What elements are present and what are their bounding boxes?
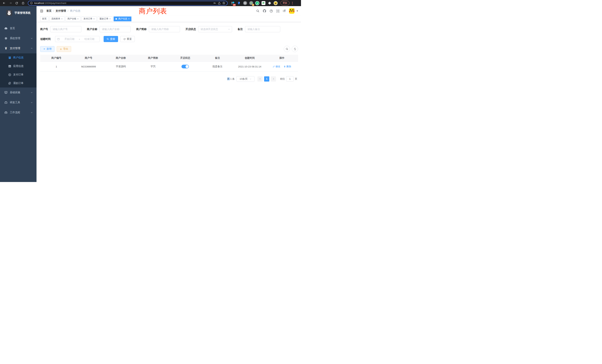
browser-update-button[interactable]: 更新 — [280, 1, 290, 5]
pagination-total: 共 1 条 — [227, 77, 235, 81]
command-extension-icon[interactable]: ⌘ — [243, 1, 247, 5]
tab-merchant-info[interactable]: 商户信息× — [114, 17, 131, 21]
yuque-extension-icon[interactable]: y — [255, 1, 259, 5]
close-icon[interactable]: × — [93, 18, 95, 20]
breadcrumb: 首页 / 支付管理 / 商户信息 — [46, 9, 80, 13]
avatar-caret-icon[interactable] — [297, 11, 298, 11]
password-key-icon[interactable] — [213, 1, 216, 5]
sidebar-item-merchant-info[interactable]: 商户信息 — [0, 53, 36, 62]
page-size-select[interactable]: 10条/页 — [236, 76, 255, 82]
document-copy-icon — [8, 82, 11, 85]
date-end-placeholder: 结束日期 — [81, 37, 97, 41]
sidebar-item-devtools[interactable]: 研发工具 — [0, 97, 36, 107]
extensions-puzzle-icon[interactable] — [267, 1, 272, 5]
header-search-icon[interactable] — [256, 9, 259, 13]
browser-home-button[interactable] — [20, 0, 26, 6]
page-info-icon[interactable] — [30, 2, 33, 4]
next-page-button[interactable] — [271, 76, 276, 82]
merchant-no-input[interactable] — [50, 26, 81, 32]
user-avatar[interactable] — [289, 8, 294, 14]
chat-extension-icon[interactable] — [261, 1, 266, 5]
chevron-left-icon — [259, 78, 261, 80]
url-text[interactable]: localhost:1024/pay/merchant — [34, 2, 212, 4]
fullscreen-icon[interactable] — [276, 9, 280, 13]
sidebar-fold-icon[interactable] — [40, 9, 43, 13]
search-button[interactable]: 搜索 — [104, 36, 118, 42]
close-icon[interactable]: × — [77, 18, 79, 20]
sidebar-item-pay[interactable]: ¥ 支付管理 — [0, 43, 36, 53]
merchant-table: 商户编号 商户号 商户全称 商户简称 开启状态 备注 创建时间 操作 1 M23… — [40, 55, 298, 72]
app-logo-row[interactable]: 芋道管理系统 — [0, 6, 36, 19]
export-button[interactable]: 导出 — [57, 46, 71, 52]
table-grid-icon — [8, 65, 11, 68]
browser-toolbar: localhost:1024/pay/merchant 10 ⌘ 1 y — [0, 0, 301, 6]
profile-emoji-icon[interactable] — [273, 1, 278, 5]
shop-icon — [8, 56, 11, 59]
add-button[interactable]: 新增 — [40, 46, 54, 52]
tab-refund-order[interactable]: 退款订单× — [98, 17, 113, 21]
col-short-name: 商户简称 — [137, 55, 169, 62]
sidebar-item-app-info[interactable]: 应用信息 — [0, 62, 36, 70]
tab-home[interactable]: 首页 — [40, 17, 48, 21]
reset-button[interactable]: 重置 — [120, 36, 135, 42]
tab-pay-order[interactable]: 支付订单× — [82, 17, 97, 21]
refresh-table-button[interactable] — [292, 46, 298, 52]
yen-icon: ¥ — [4, 46, 8, 50]
remark-input[interactable] — [245, 26, 280, 32]
prev-page-button[interactable] — [258, 76, 263, 82]
status-select[interactable]: 请选择开启状态 — [198, 26, 232, 32]
cell-short-name: 芋艿 — [137, 62, 169, 72]
browser-reload-button[interactable] — [14, 0, 19, 6]
chevron-down-icon — [31, 37, 33, 40]
col-full-name: 商户全称 — [105, 55, 137, 62]
breadcrumb-pay[interactable]: 支付管理 — [56, 9, 66, 13]
toolbox-icon — [4, 101, 8, 104]
delete-link[interactable]: 删除 — [284, 65, 291, 68]
chevron-right-icon — [272, 78, 275, 80]
browser-menu-button[interactable] — [291, 1, 294, 5]
short-name-input[interactable] — [149, 26, 180, 32]
sidebar-item-home[interactable]: 首页 — [0, 23, 36, 33]
extension-stack-icon[interactable]: 10 — [231, 1, 235, 5]
sidebar-item-workflow[interactable]: 工作流程 — [0, 107, 36, 118]
sidebar-item-system[interactable]: 系统管理 — [0, 33, 36, 43]
extension-badge: 10 — [233, 4, 236, 6]
sidebar-item-pay-order[interactable]: 支付订单 — [0, 70, 36, 79]
goto-page-input[interactable] — [286, 76, 294, 82]
table-row: 1 M233666999 芋道源码 芋艿 我是备注 2021-10-23 08:… — [40, 62, 298, 72]
address-bar[interactable]: localhost:1024/pay/merchant — [28, 1, 228, 6]
tab-process-form[interactable]: 流程表单× — [50, 17, 64, 21]
date-start-placeholder: 开始日期 — [61, 37, 77, 41]
goto-label: 前往 — [280, 77, 285, 81]
plus-icon — [43, 48, 45, 50]
close-icon[interactable]: × — [109, 18, 111, 20]
github-icon[interactable] — [263, 9, 266, 13]
show-search-toggle-button[interactable] — [284, 46, 290, 52]
tab-user-group[interactable]: 用户分组× — [66, 17, 81, 21]
briefcase-icon — [4, 111, 8, 114]
close-icon[interactable]: × — [128, 18, 129, 20]
browser-forward-button[interactable] — [8, 0, 13, 6]
tab-counter-badge: 1 — [252, 4, 254, 6]
short-name-label: 商户简称 — [136, 28, 147, 31]
calendar-icon — [57, 38, 60, 40]
tab-counter-extension-icon[interactable]: 1 — [249, 1, 253, 5]
sidebar-item-infra[interactable]: 基础设施 — [0, 87, 36, 97]
close-icon[interactable]: × — [61, 18, 63, 20]
create-time-range-picker[interactable]: 开始日期 - 结束日期 — [55, 36, 99, 42]
browser-back-button[interactable] — [1, 0, 7, 6]
full-name-input[interactable] — [99, 26, 131, 32]
page-unit-label: 页 — [295, 77, 297, 81]
edit-link[interactable]: 修改 — [273, 65, 280, 68]
breadcrumb-home[interactable]: 首页 — [46, 9, 52, 13]
text-size-icon[interactable]: TT — [283, 10, 286, 13]
sidebar-item-refund-order[interactable]: 退款订单 — [0, 79, 36, 87]
kite-extension-icon[interactable] — [237, 1, 241, 5]
help-icon[interactable] — [269, 9, 273, 13]
status-toggle[interactable] — [182, 65, 189, 68]
page-1-button[interactable]: 1 — [264, 76, 269, 82]
bookmark-star-icon[interactable] — [222, 1, 225, 5]
chevron-down-icon — [31, 91, 33, 94]
col-create-time: 创建时间 — [234, 55, 266, 62]
share-icon[interactable] — [218, 2, 221, 5]
